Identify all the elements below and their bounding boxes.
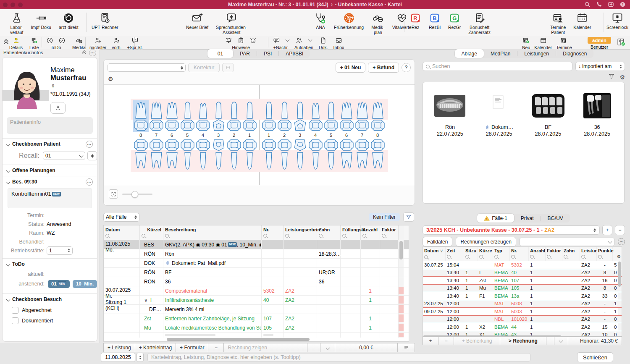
column-search[interactable] (362, 232, 378, 238)
thumbnail-BF[interactable]: BF28.07.2025 (528, 93, 568, 137)
tooth-28[interactable]: 8 (370, 100, 386, 171)
table-row[interactable]: 12:001X2BEMA441ZA2150 (423, 323, 622, 331)
scrollbar-track[interactable] (399, 277, 404, 286)
karte-check-icon[interactable] (617, 37, 626, 48)
table-row[interactable]: MuLokale medikamentöse Behandlung von Sc… (104, 323, 409, 333)
column-Faktor[interactable]: Faktor (546, 247, 562, 261)
section-checkboxen-besuch[interactable]: Checkboxen Besuch (3, 294, 97, 305)
column-search[interactable] (105, 232, 138, 238)
column-search[interactable] (479, 254, 491, 259)
add-leistung-row-button[interactable]: + (423, 337, 438, 345)
tooth-24[interactable]: 4 (308, 100, 323, 171)
table-row[interactable]: 13:401F1BEMA13a1ZA2330 (423, 292, 622, 300)
zoom-slider[interactable] (122, 194, 152, 195)
toolbar-laborverlauf[interactable]: Labor- verlauf (10, 9, 24, 35)
toolbar-arzt-direkt[interactable]: arzt-direkt (59, 9, 79, 30)
sidebar-more-icon[interactable]: ••• (89, 49, 96, 56)
toolbar-nachr[interactable]: +Nachr. (273, 36, 289, 50)
column-Kürzel[interactable]: Kürzel (140, 225, 163, 240)
add-leistung-button[interactable]: + Leistung (104, 343, 135, 352)
section-besuch[interactable]: Bes. 09:30 ••• (3, 176, 97, 187)
thumbnail-image[interactable] (583, 93, 611, 118)
scrollbar-track[interactable] (399, 305, 404, 314)
scrollbar-track[interactable] (399, 286, 404, 295)
column-Zahn[interactable]: Zahn (317, 225, 341, 240)
thumbnail-image[interactable] (493, 93, 505, 118)
honorar-dropdown-icon[interactable] (554, 337, 569, 345)
scrollbar-thumb[interactable] (399, 241, 403, 259)
admin-user-button[interactable]: admin (588, 37, 611, 44)
chevron-down-icon[interactable] (286, 38, 290, 42)
tab-diagnosen[interactable]: Diagnosen (556, 49, 593, 58)
table-row[interactable]: 09.07.2512:00MAT50031ZA2-1 (423, 308, 622, 316)
section-todo[interactable]: ToDo (3, 259, 97, 270)
h-scrollbar[interactable] (104, 338, 409, 341)
korrektur-button[interactable]: Korrektur (188, 63, 220, 72)
table-row[interactable]: RÖNBFUR;OR (104, 268, 409, 277)
tooth-12[interactable]: 2 (226, 100, 242, 171)
help-icon[interactable]: ? (620, 1, 626, 8)
column-Leistur[interactable]: Leistur (580, 247, 597, 261)
kartei-entry-input[interactable] (147, 353, 530, 361)
tooth-25[interactable]: 5 (323, 100, 339, 171)
scrollbar-track[interactable] (618, 261, 622, 269)
add-case-button[interactable]: + (602, 225, 612, 235)
scrollbar-track[interactable] (618, 308, 622, 315)
toolbar-inbox[interactable]: Inbox (333, 36, 344, 50)
table-row[interactable]: DOKDokument: Pat_Mail.pdf (104, 259, 409, 268)
column-Anzahl[interactable]: Anzahl (361, 225, 380, 240)
scrollbar-track[interactable] (399, 296, 404, 304)
chart-settings-icon[interactable]: ⚙ (108, 76, 113, 82)
todo-badge[interactable]: 01NEW (48, 280, 70, 288)
search-input[interactable]: Suchen (423, 62, 572, 71)
tab-bg-uv[interactable]: BG/UV (541, 214, 570, 223)
add-karteieintrag-button[interactable]: + Karteieintrag (135, 343, 176, 352)
toolbar-termine-patient[interactable]: Termine Patient (550, 9, 566, 35)
tooth-18[interactable]: 8 (133, 100, 149, 171)
checkbox-dokumentiert[interactable]: Dokumentiert (3, 315, 97, 326)
column-Sitzu[interactable]: Sitzu (464, 247, 478, 261)
tooth-11[interactable]: 1 (242, 100, 257, 171)
column-Punkte[interactable]: Punkte (597, 247, 613, 261)
toolbar-bonusheft-zahnersatz[interactable]: Bonusheft Zahnersatz (468, 9, 491, 35)
toolbar-vitalwerte[interactable]: Vitalwerte (392, 9, 412, 30)
toolbar-sprechstunden-assistent[interactable]: Sprechstunden- Assistent (216, 9, 247, 35)
tooth-chart-canvas[interactable]: 8765432112345678 (104, 84, 415, 185)
table-row[interactable]: RÖNRön18-28;3… (104, 249, 409, 259)
scrollbar-track[interactable] (399, 268, 404, 277)
transfer-icon[interactable] (608, 1, 614, 8)
remove-case-button[interactable]: − (615, 225, 625, 235)
column-search[interactable] (263, 232, 281, 238)
falldaten-button[interactable]: Falldaten (423, 237, 452, 246)
table-row[interactable]: 12:00NBL1010201ZA2-0 (423, 316, 622, 324)
patient-info-field[interactable]: Patienteninfo (7, 117, 93, 134)
tab-privat[interactable]: Privat (514, 214, 541, 223)
column-search[interactable] (581, 254, 595, 259)
tab-faelle[interactable]: ! Fälle·1 (477, 214, 514, 223)
toolbar-rezbl[interactable]: BRezBl (429, 9, 441, 30)
rechnung-zeigen-button[interactable]: Rechnung zeigen (224, 343, 307, 352)
betriebsstaette-select[interactable]: 1 (47, 246, 73, 255)
column-Nr.[interactable]: Nr. (510, 247, 529, 261)
faelle-filter-select[interactable]: Alle Fälle (103, 213, 139, 222)
section-more-icon[interactable]: ••• (86, 141, 93, 148)
scrollbar-track[interactable] (399, 333, 404, 338)
termin-box[interactable]: Kontrolltermin01NEW (8, 188, 92, 208)
toolbar-naechster[interactable]: nächster (89, 36, 106, 50)
table-row[interactable]: 13:401ZstBEMA1071ZA2160 (423, 277, 622, 285)
column-Datum[interactable]: Datum (104, 225, 140, 240)
column-search[interactable] (598, 254, 611, 259)
toolbar-medikplan[interactable]: Medik- plan (371, 9, 385, 35)
toolbar-frueherkennung[interactable]: Früherkennung (334, 9, 364, 30)
tab-api-sbi[interactable]: API/SBI (279, 49, 310, 58)
tooth-17[interactable]: 7 (149, 100, 164, 171)
table-row[interactable]: ZstEntfernen harter Zahnbeläge, je Sitzu… (104, 314, 409, 323)
tooth-15[interactable]: 5 (180, 100, 195, 171)
checkbox-abgerechnet[interactable]: Abgerechnet (3, 305, 97, 315)
column-search[interactable] (165, 232, 260, 238)
tab-leistungen[interactable]: Leistungen (517, 49, 556, 58)
scrollbar-track[interactable] (399, 259, 404, 267)
phone-icon[interactable] (596, 1, 602, 8)
column-search[interactable] (285, 232, 315, 238)
recall-expand-button[interactable] (87, 151, 97, 160)
